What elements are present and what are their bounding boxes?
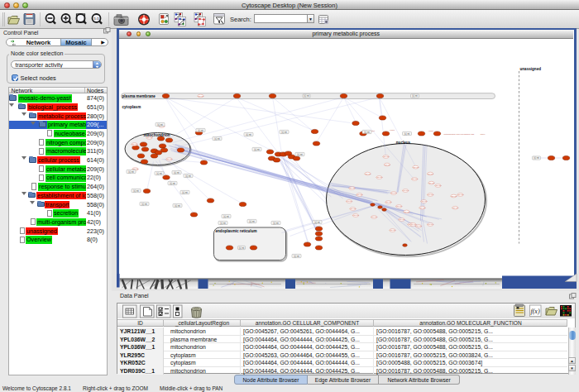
svg-text:(s) mt: (s) mt	[254, 147, 260, 151]
svg-text:YDR45C: YDR45C	[364, 172, 371, 174]
svg-text:YDR45C: YDR45C	[415, 225, 422, 227]
svg-text:YDR45C: YDR45C	[457, 194, 463, 195]
svg-text:YDR45C: YDR45C	[349, 208, 356, 209]
svg-text:mitochondrion: mitochondrion	[143, 133, 170, 137]
svg-text:YDR45C: YDR45C	[389, 229, 395, 231]
svg-text:YDR45C: YDR45C	[131, 143, 137, 145]
svg-text:YDR45C: YDR45C	[395, 205, 402, 207]
svg-text:(s) mt: (s) mt	[273, 221, 279, 224]
svg-text:f(x): f(x)	[530, 308, 539, 315]
svg-text:(s) mt: (s) mt	[246, 132, 251, 136]
svg-text:YDR45C: YDR45C	[346, 200, 352, 202]
svg-text:(s) mt: (s) mt	[412, 94, 418, 98]
svg-text:(s) mt: (s) mt	[175, 203, 180, 207]
svg-text:(soul): (soul)	[480, 132, 485, 135]
svg-text:YDR45C: YDR45C	[385, 201, 391, 203]
svg-text:(s) mt: (s) mt	[294, 254, 299, 257]
svg-text:(s) mt: (s) mt	[364, 130, 370, 133]
svg-text:YDR45C: YDR45C	[165, 158, 172, 160]
svg-text:YDR45C: YDR45C	[352, 214, 359, 216]
svg-text:(s) mt: (s) mt	[534, 156, 539, 160]
svg-text:(s) mt: (s) mt	[133, 189, 139, 192]
svg-text:(s) mt: (s) mt	[404, 131, 409, 135]
svg-text:YDR45C: YDR45C	[428, 182, 434, 184]
svg-text:(s) mt: (s) mt	[249, 219, 255, 222]
svg-text:(s) mt: (s) mt	[223, 214, 229, 218]
svg-text:YDR45C: YDR45C	[427, 223, 433, 225]
svg-text:YDR45C: YDR45C	[197, 94, 203, 96]
svg-text:mitochondrial inner membrane a: mitochondrial inner membrane ass	[443, 132, 474, 135]
svg-text:(s) mt: (s) mt	[141, 202, 147, 205]
svg-text:YDR45C: YDR45C	[398, 218, 404, 220]
svg-text:(s) mt: (s) mt	[238, 246, 244, 249]
svg-text:(s) mt: (s) mt	[156, 171, 162, 174]
svg-text:(s) mt: (s) mt	[214, 136, 220, 140]
svg-text:unassigned: unassigned	[519, 67, 541, 71]
svg-text:plasma membrane: plasma membrane	[122, 93, 156, 98]
svg-text:YDR45C: YDR45C	[434, 184, 441, 186]
svg-text:(s) mt: (s) mt	[314, 220, 320, 223]
svg-text:(s) mt: (s) mt	[170, 181, 175, 184]
svg-text:YDR45C: YDR45C	[419, 207, 425, 208]
svg-text:(s) mt: (s) mt	[304, 94, 309, 98]
svg-text:YDR45C: YDR45C	[384, 163, 390, 165]
svg-text:endoplasmic reticulum: endoplasmic reticulum	[215, 228, 256, 232]
svg-text:(s) mt: (s) mt	[185, 174, 191, 177]
svg-text:YDR45C: YDR45C	[376, 176, 382, 178]
svg-text:YDR45C: YDR45C	[411, 178, 418, 179]
svg-text:(s) mt: (s) mt	[198, 128, 203, 131]
svg-text:Yml5C: Yml5C	[389, 129, 395, 131]
svg-text:YDR45C: YDR45C	[452, 207, 458, 208]
svg-text:(s) mt: (s) mt	[281, 130, 287, 133]
svg-text:Yml5C: Yml5C	[428, 130, 433, 131]
svg-text:YDR45C: YDR45C	[409, 223, 416, 225]
svg-text:YDR45C: YDR45C	[402, 189, 409, 191]
svg-text:YDR45C: YDR45C	[420, 200, 427, 202]
svg-text:YDR45C: YDR45C	[356, 194, 362, 195]
svg-text:(s) mt: (s) mt	[157, 122, 163, 126]
svg-text:YDR45C: YDR45C	[403, 210, 409, 212]
svg-text:YDR45C: YDR45C	[390, 192, 396, 194]
svg-text:nucleus: nucleus	[395, 141, 410, 145]
svg-text:(s) mt: (s) mt	[297, 152, 303, 155]
svg-text:YDR45C: YDR45C	[382, 155, 389, 157]
svg-text:YDR45C: YDR45C	[450, 194, 457, 196]
svg-text:(s) mt: (s) mt	[182, 190, 188, 194]
svg-text:(s) mt: (s) mt	[128, 170, 134, 173]
svg-text:YDR45C: YDR45C	[427, 194, 433, 195]
svg-text:YDR45C: YDR45C	[348, 187, 355, 189]
svg-text:YDR45C: YDR45C	[132, 168, 138, 170]
svg-text:cytoplasm: cytoplasm	[122, 105, 141, 109]
svg-text:YDR45C: YDR45C	[371, 216, 377, 218]
svg-text:1:1: 1:1	[93, 17, 99, 21]
svg-text:(s) mt: (s) mt	[220, 221, 226, 224]
svg-text:(s) mt: (s) mt	[174, 170, 179, 174]
svg-text:YDR45C: YDR45C	[412, 166, 419, 168]
svg-text:YDR45C: YDR45C	[427, 172, 433, 174]
